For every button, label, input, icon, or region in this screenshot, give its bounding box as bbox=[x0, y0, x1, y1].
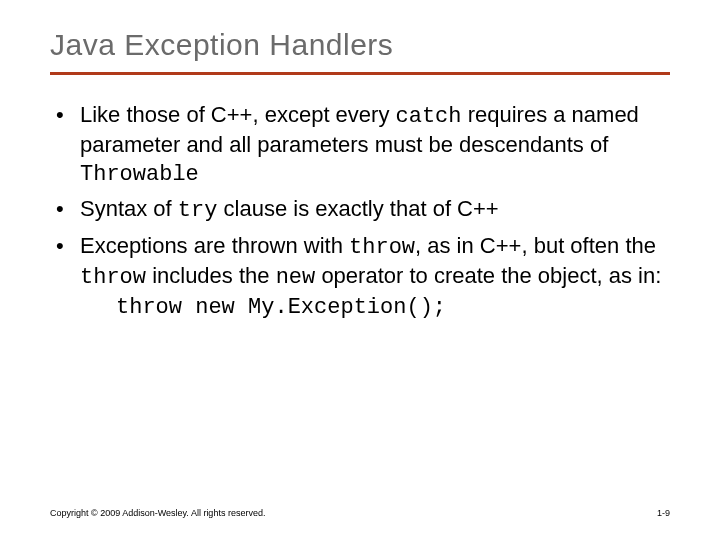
code-inline: catch bbox=[396, 104, 462, 129]
page-number: 1-9 bbox=[657, 508, 670, 518]
bullet-text: , as in C++, but often the bbox=[415, 233, 656, 258]
bullet-item: Like those of C++, except every catch re… bbox=[80, 101, 670, 189]
code-inline: new bbox=[276, 265, 316, 290]
slide: Java Exception Handlers Like those of C+… bbox=[0, 0, 720, 322]
code-inline: Throwable bbox=[80, 162, 199, 187]
bullet-text: includes the bbox=[146, 263, 276, 288]
bullet-text: Exceptions are thrown with bbox=[80, 233, 349, 258]
bullet-item: Syntax of try clause is exactly that of … bbox=[80, 195, 670, 225]
code-inline: try bbox=[178, 198, 218, 223]
copyright-text: Copyright © 2009 Addison-Wesley. All rig… bbox=[50, 508, 265, 518]
bullet-item: Exceptions are thrown with throw, as in … bbox=[80, 232, 670, 322]
code-inline: throw bbox=[80, 265, 146, 290]
bullet-text: Syntax of bbox=[80, 196, 178, 221]
bullet-text: Like those of C++, except every bbox=[80, 102, 396, 127]
bullet-text: operator to create the object, as in: bbox=[315, 263, 661, 288]
code-inline: throw bbox=[349, 235, 415, 260]
slide-title: Java Exception Handlers bbox=[50, 28, 670, 62]
bullet-list: Like those of C++, except every catch re… bbox=[50, 101, 670, 322]
footer: Copyright © 2009 Addison-Wesley. All rig… bbox=[50, 508, 670, 518]
bullet-text: clause is exactly that of C++ bbox=[217, 196, 498, 221]
code-line: throw new My.Exception(); bbox=[116, 294, 670, 322]
title-rule bbox=[50, 72, 670, 75]
